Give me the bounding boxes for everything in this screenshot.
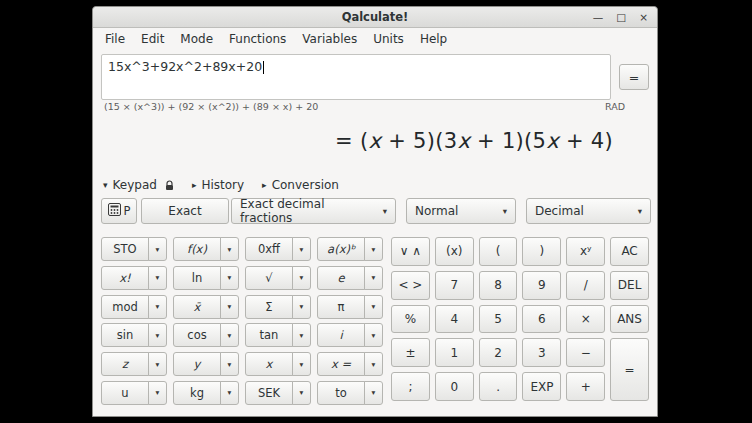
key-7[interactable]: 7 [435,271,474,300]
minimize-button[interactable]: — [593,12,604,23]
key-function-menu[interactable]: ▾ [220,237,239,261]
key-sum[interactable]: Σ [245,295,293,319]
key-sto-menu[interactable]: ▾ [148,237,167,261]
display-mode-combo[interactable]: Normal ▾ [406,198,516,224]
key-unit-u-menu[interactable]: ▾ [148,381,167,405]
conversion-expander[interactable]: ▸ Conversion [262,178,339,192]
key-2[interactable]: 2 [479,338,518,367]
key-convert-to[interactable]: to [317,381,365,405]
key-ln[interactable]: ln [173,266,221,290]
key-imaginary-menu[interactable]: ▾ [364,323,383,347]
key-var-y[interactable]: y [173,352,221,376]
key-hex-input-menu[interactable]: ▾ [292,237,311,261]
keypad-expander[interactable]: ▾ Keypad [103,178,174,192]
key-x-equals-menu[interactable]: ▾ [364,352,383,376]
key-semicolon[interactable]: ; [391,372,430,401]
result-segment: + 5)(3 [381,129,457,153]
menu-variables[interactable]: Variables [294,30,365,48]
key-mod-menu[interactable]: ▾ [148,295,167,319]
key-unit-kg-menu[interactable]: ▾ [220,381,239,405]
menu-units[interactable]: Units [365,30,412,48]
menu-mode[interactable]: Mode [172,30,221,48]
key-mean[interactable]: x̄ [173,295,221,319]
key-sqrt[interactable]: √ [245,266,293,290]
key-tan[interactable]: tan [245,323,293,347]
key-close-paren[interactable]: ) [522,237,561,266]
key-ln-menu[interactable]: ▾ [220,266,239,290]
key-cos[interactable]: cos [173,323,221,347]
menu-help[interactable]: Help [412,30,455,48]
key-e-menu[interactable]: ▾ [364,266,383,290]
key-del[interactable]: DEL [610,271,649,300]
key-pi[interactable]: π [317,295,365,319]
key-var-y-menu[interactable]: ▾ [220,352,239,376]
key-var-x[interactable]: x [245,352,293,376]
key-sqrt-menu[interactable]: ▾ [292,266,311,290]
key-mod[interactable]: mod [101,295,149,319]
key-unit-sek[interactable]: SEK [245,381,293,405]
key-1[interactable]: 1 [435,338,474,367]
key-6[interactable]: 6 [522,305,561,334]
menu-file[interactable]: File [97,30,133,48]
key-x-equals[interactable]: x = [317,352,365,376]
key-power[interactable]: xʸ [566,237,605,266]
key-factorial[interactable]: x! [101,266,149,290]
key-equals[interactable]: = [610,338,649,401]
key-ac[interactable]: AC [610,237,649,266]
key-pair-mean: x̄▾ [173,295,239,319]
key-subtract[interactable]: − [566,338,605,367]
exact-mode-button[interactable]: Exact [141,198,229,224]
key-decimal-point[interactable]: . [479,372,518,401]
close-button[interactable]: × [639,12,648,23]
key-multiply[interactable]: × [566,305,605,334]
key-unit-u[interactable]: u [101,381,149,405]
history-expander[interactable]: ▸ History [192,178,244,192]
key-factorial-menu[interactable]: ▾ [148,266,167,290]
key-ans[interactable]: ANS [610,305,649,334]
key-number-base-exp[interactable]: a(x)ᵇ [317,237,365,261]
key-0[interactable]: 0 [435,372,474,401]
key-unit-sek-menu[interactable]: ▾ [292,381,311,405]
number-base-combo[interactable]: Decimal ▾ [526,198,651,224]
key-divide[interactable]: / [566,271,605,300]
programming-keypad-button[interactable]: P [101,198,137,224]
key-unit-kg[interactable]: kg [173,381,221,405]
key-sin-menu[interactable]: ▾ [148,323,167,347]
fraction-mode-combo[interactable]: Exact decimal fractions ▾ [231,198,396,224]
key-hex-input[interactable]: 0xff [245,237,293,261]
key-percent[interactable]: % [391,305,430,334]
key-3[interactable]: 3 [522,338,561,367]
key-5[interactable]: 5 [479,305,518,334]
key-mean-menu[interactable]: ▾ [220,295,239,319]
key-add[interactable]: + [566,372,605,401]
key-tan-menu[interactable]: ▾ [292,323,311,347]
key-function[interactable]: f(x) [173,237,221,261]
key-sto[interactable]: STO [101,237,149,261]
key-open-paren[interactable]: ( [479,237,518,266]
key-sum-menu[interactable]: ▾ [292,295,311,319]
key-e[interactable]: e [317,266,365,290]
key-var-z-menu[interactable]: ▾ [148,352,167,376]
menu-functions[interactable]: Functions [221,30,294,48]
key-plus-minus[interactable]: ± [391,338,430,367]
key-var-x-menu[interactable]: ▾ [292,352,311,376]
key-exp[interactable]: EXP [522,372,561,401]
key-cos-menu[interactable]: ▾ [220,323,239,347]
key-cursor-left-right[interactable]: < > [391,271,430,300]
key-8[interactable]: 8 [479,271,518,300]
key-parentheses-x[interactable]: (x) [435,237,474,266]
key-number-base-exp-menu[interactable]: ▾ [364,237,383,261]
key-4[interactable]: 4 [435,305,474,334]
maximize-button[interactable]: □ [616,12,626,23]
key-imaginary[interactable]: i [317,323,365,347]
key-pi-menu[interactable]: ▾ [364,295,383,319]
key-convert-to-menu[interactable]: ▾ [364,381,383,405]
calculate-button[interactable]: = [619,64,649,90]
key-9[interactable]: 9 [522,271,561,300]
menu-edit[interactable]: Edit [133,30,172,48]
key-cursor-up-down[interactable]: ∨ ∧ [391,237,430,266]
key-sin[interactable]: sin [101,323,149,347]
expression-input[interactable]: 15x^3+92x^2+89x+20 [101,54,611,100]
key-var-z[interactable]: z [101,352,149,376]
lock-icon[interactable] [165,180,174,191]
